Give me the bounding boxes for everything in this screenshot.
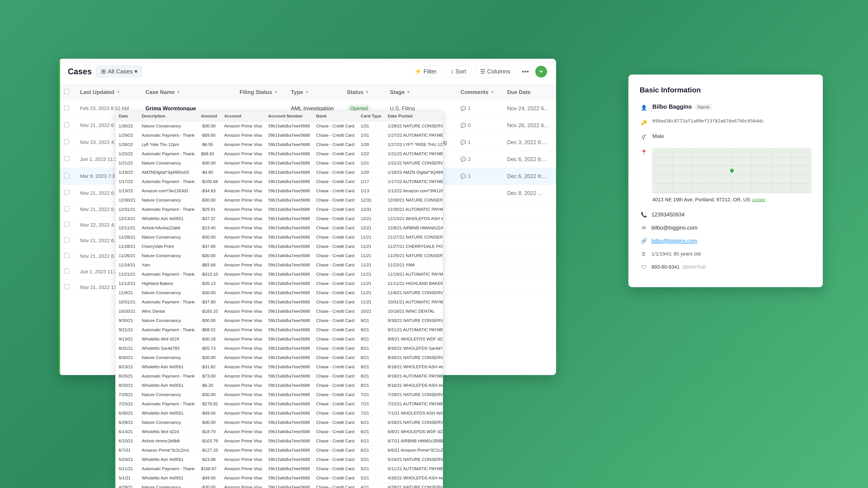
row-checkbox-cell[interactable]: [59, 100, 74, 117]
row-checkbox[interactable]: [64, 122, 69, 127]
tx-table-row[interactable]: 10/20/21 Winc Dental -$183.10 Amazon Pri…: [116, 307, 443, 316]
tx-col-bank: Bank: [313, 111, 358, 122]
all-cases-button[interactable]: ⊞ All Cases ▾: [96, 66, 142, 77]
tx-table-row[interactable]: 6/29/21 Nature Conservancy -$30.00 Amazo…: [116, 418, 443, 427]
tx-table-row[interactable]: 8/20/21 Automatic Payment - Thank -$73.0…: [116, 372, 443, 381]
tx-table-row[interactable]: 5/11/21 Automatic Payment - Thank $166.8…: [116, 464, 443, 474]
tx-table-row[interactable]: 9/13/21 Wholefds Wof d224 -$30.18 Amazon…: [116, 335, 443, 344]
row-checkbox[interactable]: [64, 156, 69, 161]
tx-table-row[interactable]: 7/23/21 Automatic Payment - Thank -$279.…: [116, 399, 443, 409]
col-header-stage[interactable]: Stage ▼: [384, 85, 455, 100]
tx-table-row[interactable]: 6/14/21 Wholefds Wof d224 -$18.70 Amazon…: [116, 427, 443, 436]
tx-table-row[interactable]: 11/28/21 Nature Conservancy -$30.00 Amaz…: [116, 233, 443, 242]
tx-table-row[interactable]: 1/28/22 Lyft *ride Thu 12pm -$6.55 Amazo…: [116, 140, 443, 149]
tx-table-row[interactable]: 1/29/22 Automatic Payment - Thank -$59.6…: [116, 131, 443, 140]
col-header-last-updated[interactable]: Last Updated ▼: [74, 85, 140, 100]
tx-account-num: 59b15a6dba7eee5688: [265, 177, 313, 186]
tx-table-row[interactable]: 1/22/22 Automatic Payment - Thank $68.83…: [116, 149, 443, 159]
tx-table-row[interactable]: 9/21/21 Automatic Payment - Thank -$68.0…: [116, 325, 443, 335]
row-checkbox[interactable]: [64, 284, 69, 289]
col-header-status[interactable]: Status ▼: [342, 85, 384, 100]
columns-button[interactable]: ☰ Columns: [475, 66, 516, 77]
tx-table-row[interactable]: 12/31/21 Automatic Payment - Thank -$29.…: [116, 205, 443, 214]
tx-table-row[interactable]: 9/30/21 Nature Conservancy -$30.00 Amazo…: [116, 316, 443, 325]
add-case-button[interactable]: +: [535, 66, 547, 77]
tx-table-row[interactable]: 8/31/21 Wholefds Sar4d783 -$55.73 Amazon…: [116, 344, 443, 353]
tx-table-row[interactable]: 12/30/21 Nature Conservancy -$30.00 Amaz…: [116, 196, 443, 205]
row-checkbox-cell[interactable]: [59, 217, 74, 233]
tx-table-row[interactable]: 11/24/21 Yam -$83.68 Amazon Prime Visa 5…: [116, 260, 443, 270]
tx-account: Amazon Prime Visa: [221, 483, 265, 488]
col-header-comments[interactable]: Comments ▼: [455, 85, 502, 100]
bi-gender-content: Male: [652, 133, 811, 139]
tx-table-row[interactable]: 10/31/21 Automatic Payment - Thank -$37.…: [116, 297, 443, 307]
row-checkbox[interactable]: [64, 253, 69, 258]
tx-table-row[interactable]: 11/26/21 Nature Conservancy -$30.00 Amaz…: [116, 251, 443, 260]
row-checkbox[interactable]: [64, 105, 69, 110]
filter-button[interactable]: ⚡ Filter: [409, 66, 442, 77]
tx-table-row[interactable]: 8/20/21 Wholefds Ash #e0551 -$6.20 Amazo…: [116, 381, 443, 390]
tx-table-row[interactable]: 6/10/21 Airbnb Hmmc2b8b8 -$103.79 Amazon…: [116, 436, 443, 446]
tx-table-row[interactable]: 8/30/21 Nature Conservancy -$30.00 Amazo…: [116, 353, 443, 362]
tx-card-type: 11/21: [358, 279, 385, 288]
tx-col-desc: Description: [138, 111, 198, 122]
tx-table-row[interactable]: 1/21/22 Nature Conservancy -$30.00 Amazo…: [116, 159, 443, 168]
tx-card-type: 7/21: [358, 409, 385, 418]
tx-table-row[interactable]: 6/30/21 Wholefds Ash #e0551 -$49.00 Amaz…: [116, 409, 443, 418]
row-checkbox[interactable]: [64, 139, 69, 144]
sort-button[interactable]: ↕ Sort: [445, 66, 471, 77]
tx-date: 11/28/21: [116, 233, 138, 242]
row-checkbox-cell[interactable]: [59, 185, 74, 202]
row-checkbox-cell[interactable]: [59, 264, 74, 280]
row-checkbox-cell[interactable]: [59, 151, 74, 168]
tx-table-row[interactable]: 6/7/21 Amazon Prime*3c2cZm1 -$127.33 Ama…: [116, 446, 443, 455]
tx-table-row[interactable]: 1/13/22 Amazon.com*3w1263d3 -$34.83 Amaz…: [116, 186, 443, 196]
select-all-header[interactable]: [59, 85, 74, 100]
col-header-type[interactable]: Type ▼: [285, 85, 342, 100]
row-checkbox[interactable]: [64, 173, 69, 178]
row-due-date: [502, 264, 556, 280]
row-checkbox[interactable]: [64, 206, 69, 211]
tx-table-row[interactable]: 8/23/21 Wholefds Ash #e0551 -$31.82 Amaz…: [116, 362, 443, 372]
more-options-button[interactable]: •••: [519, 66, 532, 77]
tx-table-row[interactable]: 11/12/21 Highland Bakery -$35.13 Amazon …: [116, 279, 443, 288]
tx-table-row[interactable]: 5/1/21 Wholefds Ash #e0551 -$49.00 Amazo…: [116, 474, 443, 483]
row-checkbox-cell[interactable]: [59, 168, 74, 185]
row-checkbox-cell[interactable]: [59, 117, 74, 134]
row-checkbox-cell[interactable]: [59, 134, 74, 151]
tx-table-row[interactable]: 4/29/21 Nature Conservancy -$30.00 Amazo…: [116, 483, 443, 488]
tx-table-row[interactable]: 1/17/22 Automatic Payment - Thank -$100.…: [116, 177, 443, 186]
bi-email-link-value[interactable]: bilbo@biggins.com: [651, 238, 698, 244]
filter-label: Filter: [423, 68, 436, 75]
col-header-case-name[interactable]: Case Name ▼: [140, 85, 234, 100]
row-checkbox-cell[interactable]: [59, 202, 74, 217]
row-checkbox-cell[interactable]: [59, 249, 74, 264]
tx-table-row[interactable]: 11/9/21 Nature Conservancy -$30.00 Amazo…: [116, 288, 443, 297]
select-all-checkbox[interactable]: [64, 89, 69, 94]
tx-table-row[interactable]: 11/28/21 CherryVale Point -$37.80 Amazon…: [116, 242, 443, 251]
tx-desc: Wholefds Wof d224: [138, 427, 198, 436]
row-checkbox[interactable]: [64, 222, 69, 227]
row-checkbox[interactable]: [64, 190, 69, 195]
tx-table-row[interactable]: 1/19/22 AMZNDigital*3q4993x03 -$4.60 Ama…: [116, 168, 443, 177]
row-checkbox-cell[interactable]: [59, 233, 74, 249]
tx-table-row[interactable]: 11/21/21 Automatic Payment - Thank -$313…: [116, 270, 443, 279]
tx-table-row[interactable]: 1/30/22 Nature Conservancy -$30.00 Amazo…: [116, 122, 443, 131]
bi-phone-value: 12393450934: [651, 212, 685, 218]
case-name-label: Case Name: [146, 89, 175, 95]
col-header-due-date[interactable]: Due Date: [502, 85, 556, 100]
col-header-filing-status[interactable]: Filing Status ▼: [234, 85, 285, 100]
row-checkbox-cell[interactable]: [59, 280, 74, 295]
tx-desc: Automatic Payment - Thank: [138, 464, 198, 474]
row-checkbox[interactable]: [64, 269, 69, 273]
tx-table-row[interactable]: 5/24/21 Wholefds Ash #e0551 -$23.68 Amaz…: [116, 455, 443, 464]
tx-table-row[interactable]: 12/13/21 Wholefds Ash #e0551 -$37.37 Ama…: [116, 214, 443, 223]
stage-label: Stage: [390, 89, 405, 95]
tx-card-type: 1/21: [358, 159, 385, 168]
bi-dob-value: 1/1/1943, 80 years old: [651, 251, 701, 257]
tx-table-row[interactable]: 7/29/21 Nature Conservancy -$30.00 Amazo…: [116, 390, 443, 399]
tx-table-row[interactable]: 12/11/21 Airbnb-hAnAa22ab6 -$13.40 Amazo…: [116, 223, 443, 233]
address-update-link[interactable]: update: [752, 197, 765, 202]
row-checkbox[interactable]: [64, 237, 69, 242]
tx-account-num: 59b15a6dba7eee5688: [265, 131, 313, 140]
